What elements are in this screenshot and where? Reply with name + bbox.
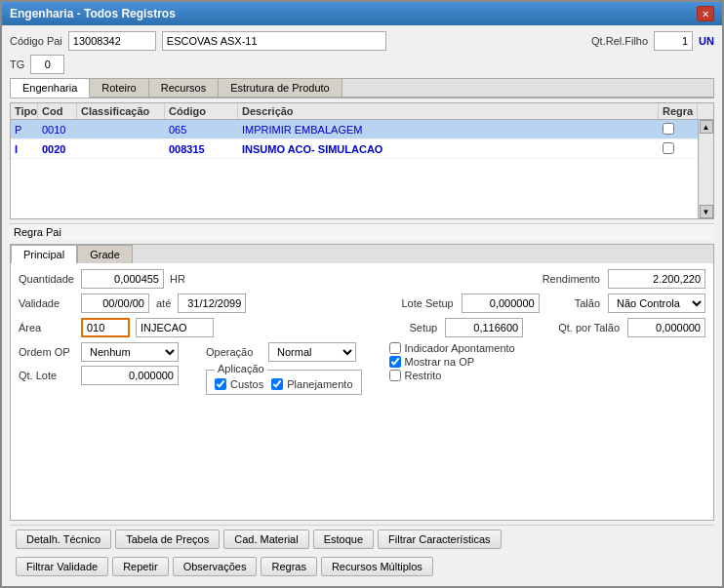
close-button[interactable]: ✕ bbox=[697, 6, 714, 21]
tab-recursos[interactable]: Recursos bbox=[149, 79, 219, 97]
ordem-op-select[interactable]: Nenhum Produção Transferência bbox=[81, 342, 179, 362]
header-row: Código Pai Qt.Rel.Filho UN bbox=[10, 31, 714, 51]
cell-codigo-1: 065 bbox=[165, 123, 238, 137]
quantidade-row: Quantidade HR Rendimento bbox=[19, 269, 705, 289]
quantidade-input[interactable] bbox=[81, 269, 164, 289]
estoque-button[interactable]: Estoque bbox=[313, 529, 374, 549]
col-header-cod: Cod bbox=[38, 103, 77, 119]
regra-checkbox-1[interactable] bbox=[663, 123, 674, 135]
main-content: Código Pai Qt.Rel.Filho UN TG Engenharia… bbox=[2, 25, 722, 586]
tabs-header: Engenharia Roteiro Recursos Estrutura de… bbox=[11, 79, 713, 98]
detalh-tecnico-button[interactable]: Detalh. Técnico bbox=[16, 529, 111, 549]
grid-header: Tipo Cod Classificação Código Descrição … bbox=[11, 103, 713, 120]
grid-container: Tipo Cod Classificação Código Descrição … bbox=[10, 102, 714, 219]
repetir-button[interactable]: Repetir bbox=[112, 557, 168, 576]
validade-input[interactable] bbox=[81, 294, 149, 313]
aplicacao-checkboxes: Custos Planejamento bbox=[215, 374, 353, 390]
talao-select[interactable]: Não Controla Controla bbox=[608, 294, 705, 313]
area-text-input[interactable] bbox=[136, 318, 214, 337]
observacoes-button[interactable]: Observações bbox=[173, 557, 258, 576]
title-bar: Engenharia - Todos Registros ✕ bbox=[2, 2, 722, 25]
qt-rel-filho-input[interactable] bbox=[654, 31, 693, 51]
area-input[interactable] bbox=[81, 318, 130, 337]
ate-label: até bbox=[156, 297, 171, 309]
cad-material-button[interactable]: Cad. Material bbox=[223, 529, 308, 549]
cell-tipo-2: I bbox=[11, 142, 38, 156]
main-tab-content: Quantidade HR Rendimento Validade até Lo… bbox=[11, 263, 713, 520]
rendimento-label: Rendimento bbox=[543, 273, 600, 285]
aplicacao-section: Aplicação Custos Planejamento bbox=[206, 370, 362, 395]
scroll-down-button[interactable]: ▼ bbox=[700, 205, 713, 218]
grid-body: P 0010 065 IMPRIMIR EMBALAGEM I 0020 008… bbox=[11, 120, 698, 218]
tab-roteiro[interactable]: Roteiro bbox=[90, 79, 148, 97]
cell-cod-2: 0020 bbox=[38, 142, 77, 156]
area-row: Área Setup Qt. por Talão bbox=[19, 318, 705, 337]
custos-checkbox[interactable] bbox=[215, 378, 226, 390]
indicador-apontamento-group: Indicador Apontamento bbox=[389, 342, 515, 354]
tab-grade[interactable]: Grade bbox=[77, 245, 133, 263]
left-bottom: Ordem OP Nenhum Produção Transferência Q… bbox=[19, 342, 179, 385]
indicador-apontamento-label: Indicador Apontamento bbox=[405, 342, 515, 354]
col-header-regra: Regra bbox=[659, 103, 698, 119]
col-header-classificacao: Classificação bbox=[77, 103, 165, 119]
filtrar-validade-button[interactable]: Filtrar Validade bbox=[16, 557, 108, 576]
ordem-op-label: Ordem OP bbox=[19, 346, 77, 358]
qt-lote-label: Qt. Lote bbox=[19, 370, 77, 381]
lote-setup-label: Lote Setup bbox=[401, 297, 453, 309]
bottom-section: Ordem OP Nenhum Produção Transferência Q… bbox=[19, 342, 705, 395]
footer-buttons-row2: Filtrar Validade Repetir Observações Reg… bbox=[10, 557, 714, 580]
recursos-multiplos-button[interactable]: Recursos Múltiplos bbox=[321, 557, 433, 576]
operacao-row: Operação Normal Alternativa bbox=[206, 342, 362, 362]
codigo-pai-input[interactable] bbox=[68, 31, 156, 51]
grid-body-wrapper: P 0010 065 IMPRIMIR EMBALAGEM I 0020 008… bbox=[11, 120, 713, 218]
talao-label: Talão bbox=[575, 297, 600, 309]
grid-scrollbar[interactable]: ▲ ▼ bbox=[698, 120, 713, 218]
cell-regra-1 bbox=[659, 122, 698, 137]
qt-por-talao-label: Qt. por Talão bbox=[558, 322, 620, 333]
codigo-pai-label: Código Pai bbox=[10, 35, 62, 47]
scroll-track[interactable] bbox=[700, 134, 713, 205]
tab-principal[interactable]: Principal bbox=[11, 245, 77, 263]
table-row[interactable]: I 0020 008315 INSUMO ACO- SIMULACAO bbox=[11, 139, 698, 159]
qt-rel-filho-label: Qt.Rel.Filho bbox=[591, 35, 648, 47]
aplicacao-title: Aplicação bbox=[215, 363, 267, 374]
hr-label: HR bbox=[170, 273, 185, 285]
ate-input[interactable] bbox=[178, 294, 246, 313]
cell-desc-1: IMPRIMIR EMBALAGEM bbox=[238, 123, 659, 137]
setup-input[interactable] bbox=[445, 318, 523, 337]
regra-pai-label: Regra Pai bbox=[14, 226, 61, 238]
regras-button[interactable]: Regras bbox=[261, 557, 316, 576]
tab-estrutura[interactable]: Estrutura de Produto bbox=[219, 79, 342, 97]
col-header-descricao: Descrição bbox=[238, 103, 659, 119]
cell-desc-2: INSUMO ACO- SIMULACAO bbox=[238, 142, 659, 156]
qt-por-talao-input[interactable] bbox=[627, 318, 705, 337]
qt-lote-input[interactable] bbox=[81, 366, 179, 385]
descricao-input[interactable] bbox=[162, 31, 386, 51]
tab-engenharia[interactable]: Engenharia bbox=[11, 79, 90, 98]
scroll-up-button[interactable]: ▲ bbox=[700, 120, 713, 134]
filtrar-caracteristicas-button[interactable]: Filtrar Características bbox=[378, 529, 502, 549]
ordem-op-row: Ordem OP Nenhum Produção Transferência bbox=[19, 342, 179, 362]
main-tabs: Principal Grade Quantidade HR Rendimento… bbox=[10, 244, 714, 521]
window-title: Engenharia - Todos Registros bbox=[10, 7, 176, 20]
rendimento-input[interactable] bbox=[608, 269, 705, 289]
custos-checkbox-group: Custos bbox=[215, 378, 263, 390]
title-bar-controls: ✕ bbox=[697, 6, 714, 21]
mostrar-na-op-checkbox[interactable] bbox=[389, 356, 401, 368]
planejamento-checkbox[interactable] bbox=[271, 378, 283, 390]
indicador-apontamento-checkbox[interactable] bbox=[389, 342, 401, 354]
validade-label: Validade bbox=[19, 297, 77, 309]
un-label: UN bbox=[699, 35, 714, 47]
main-window: Engenharia - Todos Registros ✕ Código Pa… bbox=[0, 0, 724, 588]
cell-codigo-2: 008315 bbox=[165, 142, 238, 156]
lote-setup-input[interactable] bbox=[462, 294, 540, 313]
regra-checkbox-2[interactable] bbox=[663, 142, 674, 154]
operacao-label: Operação bbox=[206, 346, 264, 358]
tabela-precos-button[interactable]: Tabela de Preços bbox=[115, 529, 220, 549]
operacao-select[interactable]: Normal Alternativa bbox=[268, 342, 356, 362]
scroll-placeholder bbox=[698, 103, 713, 119]
restrito-checkbox[interactable] bbox=[389, 370, 401, 381]
tg-input[interactable] bbox=[30, 55, 64, 74]
table-row[interactable]: P 0010 065 IMPRIMIR EMBALAGEM bbox=[11, 120, 698, 139]
footer-buttons-row1: Detalh. Técnico Tabela de Preços Cad. Ma… bbox=[10, 525, 714, 553]
